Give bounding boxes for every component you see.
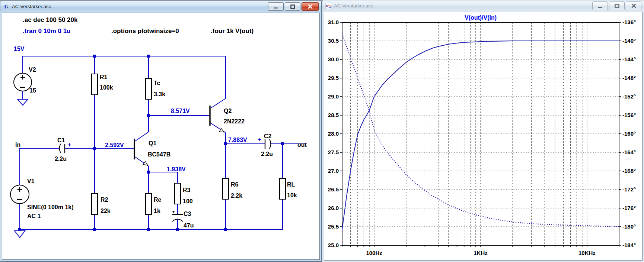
schematic-label[interactable]: .four 1k V(out) — [211, 28, 254, 35]
schematic-label[interactable]: + — [258, 136, 261, 143]
wire-junction — [224, 228, 227, 231]
wire[interactable] — [211, 98, 226, 108]
emitter-arrow-Q1 — [143, 161, 148, 165]
schematic-label[interactable]: 2N2222 — [224, 118, 245, 124]
right-axis-label: -184° — [622, 242, 636, 248]
maximize-button[interactable] — [285, 2, 300, 11]
schematic-label[interactable]: out — [297, 142, 307, 148]
schematic-label[interactable]: 100k — [100, 84, 113, 91]
schematic-label[interactable]: Q2 — [224, 108, 232, 114]
schematic-label[interactable]: Tc — [154, 80, 160, 86]
right-axis-label: -180° — [622, 223, 636, 230]
cap-C3-plus — [172, 211, 175, 213]
left-axis-label: 25.0 — [328, 242, 339, 248]
waveform-pane[interactable]: 31.0-136°30.5-140°30.0-144°29.5-148°29.0… — [324, 12, 643, 261]
maximize-icon — [615, 4, 619, 8]
schematic-label[interactable]: .options plotwinsize=0 — [111, 28, 179, 35]
minimize-button[interactable] — [592, 1, 608, 10]
left-axis-label: 28.0 — [328, 130, 339, 137]
right-axis-label: -152° — [622, 93, 636, 100]
schematic-label[interactable]: 1.938V — [167, 166, 186, 172]
schematic-label[interactable]: BC547B — [148, 151, 170, 158]
left-axis-label: 25.5 — [328, 223, 339, 230]
schematic-label[interactable]: Q1 — [149, 140, 156, 146]
resistor-body-R1[interactable] — [92, 74, 98, 95]
schematic-label[interactable]: 22k — [101, 208, 111, 214]
wire[interactable] — [134, 132, 149, 142]
wire-junction — [281, 142, 284, 145]
schematic-label[interactable]: R3 — [183, 187, 191, 193]
left-axis-label: 30.0 — [328, 56, 339, 62]
schematic-titlebar[interactable]: AC-Verstärker.asc — [0, 1, 321, 12]
close-button[interactable] — [626, 1, 641, 10]
schematic-label[interactable]: .ac dec 100 50 20k — [23, 16, 78, 23]
wire-junction — [224, 142, 227, 145]
close-icon — [308, 4, 313, 9]
schematic-label[interactable]: R2 — [101, 197, 108, 203]
waveform-titlebar[interactable]: AC-Verstärker.asc — [322, 0, 644, 11]
wire-junction — [93, 147, 96, 150]
wire-junction — [93, 228, 96, 231]
right-axis-label: -140° — [622, 38, 636, 44]
resistor-body-Tc[interactable] — [146, 78, 152, 99]
resistor-body-R6[interactable] — [223, 178, 229, 199]
schematic-label[interactable]: AC 1 — [27, 213, 41, 219]
plot-title[interactable]: V(out)/V(in) — [465, 14, 497, 21]
schematic-label[interactable]: 7.883V — [228, 137, 247, 143]
resistor-body-Re[interactable] — [146, 194, 152, 214]
schematic-canvas[interactable]: .ac dec 100 50 20k.tran 0 10m 0 1u.optio… — [2, 13, 320, 260]
resistor-body-RL[interactable] — [280, 178, 286, 199]
schematic-label[interactable]: + — [68, 142, 71, 148]
schematic-label[interactable]: 2.2k — [231, 193, 242, 199]
schematic-label[interactable]: RL — [287, 181, 295, 188]
wire-junction — [147, 114, 150, 117]
left-axis-label: 30.5 — [328, 38, 339, 44]
schematic-label[interactable]: 1k — [154, 208, 160, 214]
schematic-label[interactable]: C1 — [57, 137, 65, 143]
maximize-button[interactable] — [609, 1, 625, 10]
schematic-label[interactable]: C2 — [264, 133, 272, 139]
cap-C1-plate[interactable] — [60, 144, 61, 153]
waveform-window: AC-Verstärker.asc 31.0-136°30.5-140°30.0… — [322, 0, 644, 262]
schematic-label[interactable]: V2 — [29, 67, 36, 73]
ground-symbol[interactable] — [15, 231, 25, 237]
left-axis-label: 27.0 — [328, 168, 339, 174]
ground-symbol[interactable] — [17, 99, 28, 105]
right-axis-label: -136° — [622, 19, 636, 25]
schematic-label[interactable]: Re — [154, 197, 162, 203]
schematic-label[interactable]: C3 — [184, 211, 191, 217]
resistor-body-R2[interactable] — [92, 194, 98, 214]
schematic-label[interactable]: .tran 0 10m 0 1u — [23, 28, 71, 35]
left-axis-label: 29.5 — [328, 75, 339, 81]
minimize-button[interactable] — [268, 2, 284, 11]
close-button[interactable] — [302, 2, 319, 11]
waveform-icon[interactable] — [325, 3, 332, 9]
wire-junction — [147, 228, 150, 231]
schematic-label[interactable]: R6 — [231, 181, 239, 188]
schematic-label[interactable]: 2.592V — [105, 142, 124, 148]
schematic-label[interactable]: 8.571V — [171, 108, 190, 114]
left-axis-label: 26.0 — [328, 205, 339, 211]
right-axis-label: -172° — [622, 186, 636, 193]
schematic-label[interactable]: in — [15, 142, 20, 148]
window-title: AC-Verstärker.asc — [334, 3, 592, 9]
schematic-label[interactable]: 15V — [14, 46, 25, 52]
schematic-label[interactable]: 2.2u — [55, 156, 67, 162]
schematic-label[interactable]: 47u — [184, 222, 194, 229]
left-axis-label: 26.5 — [328, 186, 339, 193]
schematic-label[interactable]: V1 — [27, 178, 35, 184]
schematic-label[interactable]: R1 — [100, 74, 108, 80]
schematic-label[interactable]: 15 — [29, 87, 36, 94]
wire-junction — [176, 228, 179, 231]
schematic-window: AC-Verstärker.asc .ac dec 100 50 20k.tra… — [0, 1, 322, 262]
ltspice-schematic-icon[interactable] — [3, 3, 10, 10]
schematic-label[interactable]: 100 — [183, 198, 193, 204]
schematic-label[interactable]: SINE(0 100m 1k) — [27, 204, 74, 210]
schematic-label[interactable]: 2.2u — [261, 151, 273, 157]
schematic-label[interactable]: 3.3k — [154, 91, 165, 97]
minimize-icon — [273, 4, 278, 9]
x-axis-label: 1KHz — [474, 250, 488, 256]
resistor-body-R3[interactable] — [175, 183, 181, 204]
right-axis-label: -164° — [622, 149, 636, 155]
schematic-label[interactable]: 10k — [287, 192, 297, 198]
